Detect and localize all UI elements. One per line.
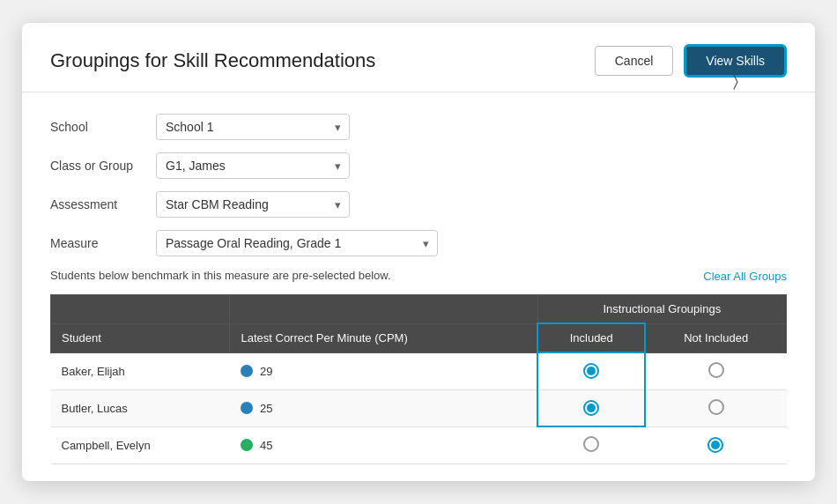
cursor-hand-icon: 〉: [733, 72, 738, 91]
table-body: Baker, Elijah 29: [51, 352, 787, 464]
radio-selected-dot: [711, 441, 720, 449]
student-name: Baker, Elijah: [51, 352, 230, 389]
school-label: School: [50, 120, 156, 134]
cpm-value: 45: [260, 439, 272, 452]
included-cell: [537, 426, 645, 464]
assessment-select[interactable]: Star CBM Reading: [156, 191, 350, 218]
cpm-cell: 29: [230, 352, 537, 389]
not-included-radio[interactable]: [708, 399, 724, 415]
table-header-row-2: Student Latest Correct Per Minute (CPM) …: [51, 323, 787, 352]
benchmark-text: Students below benchmark in this measure…: [50, 269, 391, 282]
cpm-cell: 45: [230, 426, 537, 464]
col-included-header: Included: [537, 323, 645, 352]
radio-selected-dot: [587, 404, 596, 412]
groupings-table: Instructional Groupings Student Latest C…: [50, 294, 787, 464]
included-radio[interactable]: [583, 400, 599, 416]
assessment-row: Assessment Star CBM Reading: [50, 191, 787, 218]
view-skills-button[interactable]: View Skills 〉: [684, 44, 787, 78]
not-included-cell: [645, 389, 786, 426]
empty-header-2: [230, 295, 537, 324]
cpm-cell: 25: [230, 389, 537, 426]
table-row: Campbell, Evelyn 45: [51, 426, 787, 464]
instructional-groupings-header: Instructional Groupings: [537, 295, 786, 324]
table-row: Baker, Elijah 29: [51, 352, 787, 389]
radio-selected-dot: [587, 367, 596, 375]
not-included-cell: [645, 426, 786, 464]
cancel-button[interactable]: Cancel: [595, 46, 674, 76]
cpm-value: 29: [260, 365, 272, 378]
empty-header-1: [51, 295, 230, 324]
not-included-radio[interactable]: [707, 437, 723, 453]
cpm-value: 25: [260, 402, 272, 415]
included-radio[interactable]: [583, 363, 599, 379]
class-group-select-wrapper: G1, James: [156, 152, 350, 179]
included-cell: [537, 389, 645, 426]
header-actions: Cancel View Skills 〉: [595, 44, 787, 78]
student-name: Butler, Lucas: [51, 389, 230, 426]
class-group-select[interactable]: G1, James: [156, 152, 350, 179]
info-row: Students below benchmark in this measure…: [50, 269, 787, 287]
assessment-select-wrapper: Star CBM Reading: [156, 191, 350, 218]
modal-body: School School 1 Class or Group G1, James…: [22, 93, 815, 464]
school-row: School School 1: [50, 114, 787, 140]
school-select-wrapper: School 1: [156, 114, 350, 140]
col-student-header: Student: [51, 323, 230, 352]
assessment-label: Assessment: [50, 197, 156, 211]
cpm-dot-green: [241, 439, 253, 451]
school-select[interactable]: School 1: [156, 114, 350, 140]
student-name: Campbell, Evelyn: [51, 426, 230, 464]
table-header-row-1: Instructional Groupings: [51, 295, 787, 324]
class-group-label: Class or Group: [50, 159, 156, 173]
class-group-row: Class or Group G1, James: [50, 152, 787, 179]
included-radio[interactable]: [583, 436, 599, 452]
included-cell: [537, 352, 645, 389]
modal-title: Groupings for Skill Recommendations: [50, 49, 375, 72]
table-row: Butler, Lucas 25: [51, 389, 787, 426]
measure-label: Measure: [50, 236, 156, 250]
cpm-dot-blue: [241, 365, 253, 377]
not-included-radio[interactable]: [708, 362, 724, 378]
measure-select[interactable]: Passage Oral Reading, Grade 1: [156, 230, 438, 256]
modal-header: Groupings for Skill Recommendations Canc…: [22, 23, 815, 93]
not-included-cell: [645, 352, 786, 389]
clear-all-groups-button[interactable]: Clear All Groups: [703, 270, 787, 283]
cpm-dot-blue: [241, 402, 253, 414]
measure-select-wrapper: Passage Oral Reading, Grade 1: [156, 230, 438, 256]
col-not-included-header: Not Included: [645, 323, 786, 352]
groupings-modal: Groupings for Skill Recommendations Canc…: [22, 23, 815, 481]
col-cpm-header: Latest Correct Per Minute (CPM): [230, 323, 537, 352]
measure-row: Measure Passage Oral Reading, Grade 1: [50, 230, 787, 256]
